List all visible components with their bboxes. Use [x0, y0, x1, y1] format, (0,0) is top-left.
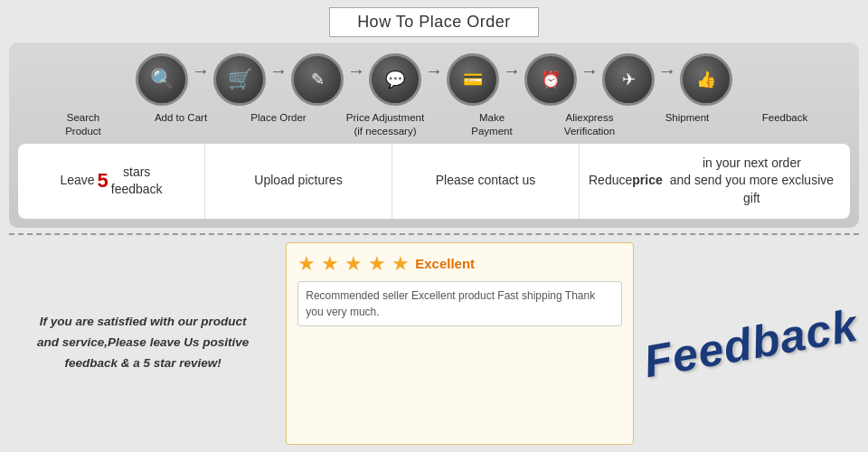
- step-verify-icon: ⏰: [524, 53, 577, 106]
- bottom-section: If you are satisfied with our productand…: [9, 233, 859, 445]
- step-ship-icon: ✈: [602, 53, 655, 106]
- label-verify: AliexpressVerification: [553, 111, 626, 138]
- stars-row: ★ ★ ★ ★ ★ Excellent: [297, 252, 622, 276]
- step-feedback: 👍: [680, 53, 732, 106]
- benefit-stars: Leave 5 starsfeedback: [18, 144, 205, 219]
- step-cart: 🛒: [213, 53, 266, 106]
- label-feedback: Feedback: [749, 111, 821, 125]
- arrow-7: →: [658, 61, 676, 99]
- label-payment: MakePayment: [456, 111, 528, 138]
- step-price-icon: 💬: [369, 53, 421, 106]
- step-payment-icon: 💳: [447, 53, 499, 106]
- title-bar: How To Place Order: [9, 7, 859, 37]
- arrow-3: →: [347, 61, 365, 99]
- step-ship: ✈: [602, 53, 655, 106]
- star-4: ★: [368, 252, 386, 276]
- bottom-right: Feedback: [643, 242, 859, 445]
- benefit-reward: Reduce price in your next orderand send …: [580, 144, 850, 219]
- benefit-pictures: Upload pictures: [205, 144, 392, 219]
- arrow-6: →: [580, 61, 599, 99]
- excellent-label: Excellent: [415, 256, 475, 271]
- star-2: ★: [321, 252, 339, 276]
- arrow-2: →: [269, 61, 288, 99]
- label-search: SearchProduct: [47, 111, 119, 138]
- step-feedback-icon: 👍: [680, 53, 732, 106]
- step-payment: 💳: [447, 53, 499, 106]
- review-text: Recommended seller Excellent product Fas…: [297, 281, 622, 326]
- step-order: ✎: [291, 53, 344, 106]
- satisfaction-text: If you are satisfied with our productand…: [37, 312, 249, 374]
- step-search-icon: 🔍: [136, 53, 188, 106]
- bottom-center: ★ ★ ★ ★ ★ Excellent Recommended seller E…: [286, 242, 634, 445]
- step-price: 💬: [369, 53, 421, 106]
- star-number: 5: [98, 167, 108, 195]
- steps-icons-row: 🔍 → 🛒 → ✎ → 💬 → 💳 → ⏰ →: [18, 53, 850, 106]
- label-price: Price Adjustment(if necessary): [340, 111, 430, 138]
- label-ship: Shipment: [651, 111, 723, 125]
- star-5: ★: [392, 252, 410, 276]
- label-order: Place Order: [242, 111, 315, 125]
- page-wrapper: How To Place Order 🔍 → 🛒 → ✎ → 💬 → 💳: [0, 0, 868, 452]
- benefits-row: Leave 5 starsfeedback Upload pictures Pl…: [18, 144, 850, 219]
- feedback-big-label: Feedback: [640, 299, 862, 389]
- arrow-1: →: [192, 61, 210, 99]
- step-search: 🔍: [136, 53, 188, 106]
- label-cart: Add to Cart: [145, 111, 217, 125]
- steps-section: 🔍 → 🛒 → ✎ → 💬 → 💳 → ⏰ →: [9, 42, 859, 228]
- star-1: ★: [297, 252, 316, 276]
- benefit-contact: Please contact us: [392, 144, 580, 219]
- bottom-left: If you are satisfied with our productand…: [9, 242, 277, 445]
- step-cart-icon: 🛒: [213, 53, 266, 106]
- arrow-4: →: [425, 61, 443, 99]
- steps-labels-row: SearchProduct Add to Cart Place Order Pr…: [18, 111, 850, 138]
- arrow-5: →: [503, 61, 521, 99]
- step-order-icon: ✎: [291, 53, 344, 106]
- page-title: How To Place Order: [329, 7, 539, 37]
- step-verify: ⏰: [524, 53, 577, 106]
- star-3: ★: [344, 252, 363, 276]
